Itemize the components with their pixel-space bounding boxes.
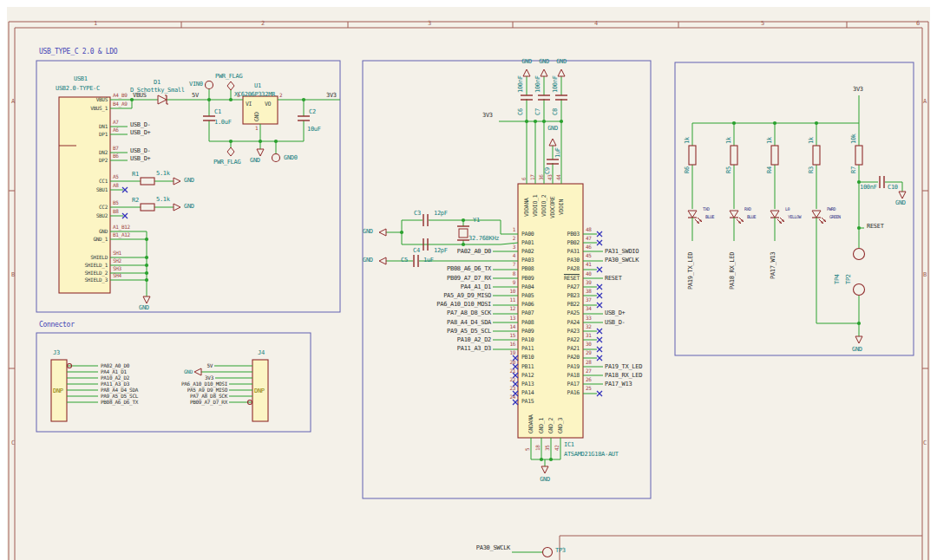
pin-name: PA17 [567, 381, 580, 387]
pin-number: 23 [509, 386, 515, 391]
pin-number: B1_A12 [113, 232, 130, 238]
net-label: PA18_RX_LED [730, 252, 736, 290]
pin-name: PA22 [567, 337, 580, 343]
pin-number: A8 [113, 183, 119, 188]
pin-name: PA14 [521, 390, 534, 396]
pin-number: B4_A9 [113, 101, 128, 107]
pin-name: SHIELD [90, 255, 108, 260]
net-label: PA4_A1_D1 [461, 284, 491, 290]
pin-number: 3 [237, 93, 239, 98]
schematic-viewport: USB_TYPE_C 2.0 & LDO Connector 123456ABC… [0, 0, 937, 560]
frame-index: 4 [594, 21, 598, 27]
component-ref: TP2 [846, 274, 852, 284]
net-label: PB09_A7_D7_RX [190, 400, 227, 405]
pin-name: PA27 [567, 284, 580, 290]
component-ref: C7 [535, 108, 541, 115]
pin-name: GND_3 [558, 418, 564, 433]
pin-number: 1 [255, 126, 258, 131]
pin-name: PA24 [567, 320, 580, 326]
component-value: 1k [767, 137, 773, 144]
pin-name: PB08 [521, 266, 534, 272]
power-label: GND [521, 59, 532, 65]
pin-number: B5 [113, 200, 119, 205]
component-ref: R7 [851, 166, 857, 173]
component-ref: IC1 [564, 442, 574, 448]
component-value: 10uF [307, 127, 321, 133]
frame-index: 6 [916, 21, 920, 27]
pin-name: PA20 [567, 355, 580, 361]
pin-number: 8 [513, 271, 515, 277]
component-ref: J3 [53, 350, 60, 356]
pin-number: 32 [586, 324, 592, 329]
component-value: 1k [685, 137, 691, 144]
pin-number: 33 [586, 316, 592, 321]
led-caption: BLUE [705, 215, 714, 219]
pin-number: 47 [586, 236, 592, 241]
pin-number: A7 [113, 120, 119, 125]
component-ref: XC6206P332MR [234, 92, 275, 98]
power-label: GND [139, 305, 149, 311]
pin-name: PA06 [521, 302, 534, 308]
component-ref: C4 [413, 248, 420, 254]
pin-name: SHIELD_3 [85, 277, 108, 283]
dnp-marker: DNP [254, 388, 265, 394]
component-value: 1.0uF [214, 120, 232, 126]
pin-number: 4 [513, 253, 515, 258]
pin-number: 45 [586, 253, 592, 258]
component-ref: D1 [154, 80, 161, 86]
net-label: PB08_A6_D6_TX [101, 400, 138, 405]
pin-name: VI [246, 101, 252, 107]
net-label: 5V [192, 93, 199, 99]
pin-number: 1 [513, 227, 515, 232]
power-label: GND [539, 59, 549, 65]
power-label: GND [540, 477, 550, 483]
pin-name: PB23 [567, 293, 580, 299]
net-label: PA6_A10_D10_MOSI [436, 302, 491, 308]
pin-name: DP2 [99, 158, 108, 163]
component-ref: USB2.0-TYPE-C [56, 86, 100, 92]
net-label: USB_D- [130, 122, 151, 128]
pin-number: 30 [586, 342, 592, 347]
frame-index: B [11, 272, 15, 278]
net-label: PA7_A8_D8_SCK [447, 310, 491, 316]
pin-name: PA04 [521, 284, 534, 290]
led-caption: RXD [744, 207, 751, 212]
pin-name: SHIELD_2 [85, 270, 108, 276]
net-label: PA31_SWDIO [605, 249, 639, 255]
frame-index: C [11, 440, 15, 446]
pin-name: VDDIO_2 [541, 195, 547, 217]
pin-name: VDDCORE [550, 197, 556, 218]
net-label: USB_D+ [130, 156, 151, 162]
net-label: PA10_A2_D2 [457, 337, 491, 343]
net-label: PB09_A7_D7_RX [447, 276, 491, 282]
pin-name: PA10 [521, 337, 534, 343]
net-label: 3V3 [853, 87, 863, 93]
pin-number: 25 [586, 386, 592, 391]
pin-number: 29 [586, 350, 592, 355]
pin-name: CC1 [99, 179, 108, 184]
pin-name: PA19 [567, 364, 580, 370]
pin-number: 39 [586, 280, 592, 285]
net-label: 5V [206, 363, 213, 368]
component-value: 100nF [860, 185, 877, 191]
pin-number: 11 [509, 297, 515, 303]
net-label: PA30_SWCLK [605, 257, 639, 264]
component-ref: R1 [132, 172, 139, 178]
pin-number: 36 [539, 174, 544, 180]
power-label: GND [852, 347, 862, 353]
component-ref: C1 [214, 109, 221, 115]
component-ref: GND0 [284, 155, 298, 161]
pin-name: PA02 [521, 249, 534, 255]
pin-number: 40 [586, 271, 592, 277]
pin-name: RESET [564, 276, 580, 282]
pin-number: 35 [545, 445, 550, 451]
pin-number: 34 [586, 306, 592, 311]
component-ref: USB1 [74, 76, 88, 82]
pin-number: 38 [586, 289, 592, 294]
pin-name: GND_2 [548, 418, 554, 433]
pin-name: PB22 [567, 302, 580, 308]
net-label: USB_D- [605, 320, 626, 326]
net-label: 3V3 [482, 113, 493, 119]
power-label: PWR_FLAG [215, 74, 242, 80]
component-value: 5.1k [156, 171, 170, 177]
